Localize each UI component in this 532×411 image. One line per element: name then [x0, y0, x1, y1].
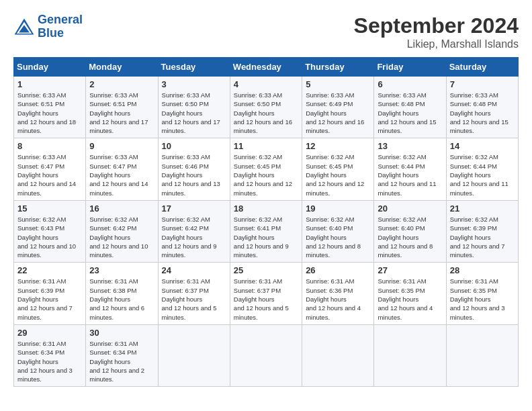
day-number: 15: [17, 203, 82, 214]
table-row: 29 Sunrise: 6:31 AM Sunset: 6:34 PM Dayl…: [14, 324, 519, 386]
day-cell: 11 Sunrise: 6:32 AM Sunset: 6:45 PM Dayl…: [230, 138, 302, 200]
empty-cell: [230, 324, 302, 386]
day-cell: 6 Sunrise: 6:33 AM Sunset: 6:48 PM Dayli…: [374, 77, 446, 138]
day-cell: 1 Sunrise: 6:33 AM Sunset: 6:51 PM Dayli…: [14, 77, 86, 138]
day-number: 4: [234, 79, 298, 89]
day-info: Sunrise: 6:32 AM Sunset: 6:40 PM Dayligh…: [378, 215, 442, 259]
table-row: 8 Sunrise: 6:33 AM Sunset: 6:47 PM Dayli…: [14, 138, 519, 200]
day-number: 27: [378, 265, 442, 275]
day-number: 18: [234, 203, 298, 214]
day-info: Sunrise: 6:33 AM Sunset: 6:51 PM Dayligh…: [89, 91, 154, 135]
header-monday: Monday: [86, 58, 158, 77]
day-info: Sunrise: 6:31 AM Sunset: 6:34 PM Dayligh…: [17, 339, 82, 383]
day-cell: 22 Sunrise: 6:31 AM Sunset: 6:39 PM Dayl…: [14, 263, 86, 324]
day-number: 3: [162, 79, 226, 89]
day-number: 26: [306, 265, 370, 275]
day-number: 19: [306, 203, 370, 214]
day-info: Sunrise: 6:33 AM Sunset: 6:48 PM Dayligh…: [378, 91, 442, 135]
day-number: 7: [450, 79, 515, 89]
day-number: 6: [378, 79, 442, 89]
day-info: Sunrise: 6:32 AM Sunset: 6:44 PM Dayligh…: [378, 152, 442, 197]
day-info: Sunrise: 6:31 AM Sunset: 6:37 PM Dayligh…: [234, 277, 298, 321]
day-number: 12: [306, 141, 370, 151]
day-info: Sunrise: 6:33 AM Sunset: 6:50 PM Dayligh…: [162, 91, 226, 135]
day-cell: 15 Sunrise: 6:32 AM Sunset: 6:43 PM Dayl…: [14, 200, 86, 262]
day-number: 25: [234, 265, 298, 275]
day-info: Sunrise: 6:33 AM Sunset: 6:47 PM Dayligh…: [17, 152, 82, 197]
day-info: Sunrise: 6:31 AM Sunset: 6:35 PM Dayligh…: [378, 277, 442, 321]
header-thursday: Thursday: [302, 58, 374, 77]
day-info: Sunrise: 6:33 AM Sunset: 6:48 PM Dayligh…: [450, 91, 515, 135]
logo: General Blue: [13, 13, 83, 40]
day-info: Sunrise: 6:32 AM Sunset: 6:42 PM Dayligh…: [89, 215, 154, 259]
empty-cell: [374, 324, 446, 386]
day-number: 23: [89, 265, 154, 275]
day-info: Sunrise: 6:32 AM Sunset: 6:45 PM Dayligh…: [234, 152, 298, 197]
day-info: Sunrise: 6:32 AM Sunset: 6:43 PM Dayligh…: [17, 215, 82, 259]
empty-cell: [302, 324, 374, 386]
calendar-table: Sunday Monday Tuesday Wednesday Thursday…: [13, 57, 519, 387]
day-number: 20: [378, 203, 442, 214]
day-number: 10: [162, 141, 226, 151]
day-info: Sunrise: 6:33 AM Sunset: 6:51 PM Dayligh…: [17, 91, 82, 135]
calendar-title: September 2024: [354, 13, 519, 38]
logo-icon: [13, 17, 35, 36]
day-cell: 20 Sunrise: 6:32 AM Sunset: 6:40 PM Dayl…: [374, 200, 446, 262]
day-cell: 26 Sunrise: 6:31 AM Sunset: 6:36 PM Dayl…: [302, 263, 374, 324]
day-number: 2: [89, 79, 154, 89]
day-number: 13: [378, 141, 442, 151]
day-info: Sunrise: 6:31 AM Sunset: 6:37 PM Dayligh…: [162, 277, 226, 321]
table-row: 1 Sunrise: 6:33 AM Sunset: 6:51 PM Dayli…: [14, 77, 519, 138]
day-info: Sunrise: 6:33 AM Sunset: 6:49 PM Dayligh…: [306, 91, 370, 135]
header-wednesday: Wednesday: [230, 58, 302, 77]
header-saturday: Saturday: [446, 58, 518, 77]
day-info: Sunrise: 6:32 AM Sunset: 6:45 PM Dayligh…: [306, 152, 370, 197]
day-number: 16: [89, 203, 154, 214]
day-cell: 18 Sunrise: 6:32 AM Sunset: 6:41 PM Dayl…: [230, 200, 302, 262]
day-info: Sunrise: 6:31 AM Sunset: 6:39 PM Dayligh…: [17, 277, 82, 321]
day-cell: 14 Sunrise: 6:32 AM Sunset: 6:44 PM Dayl…: [446, 138, 518, 200]
title-area: September 2024 Likiep, Marshall Islands: [354, 13, 519, 50]
logo-text: General Blue: [38, 13, 83, 40]
day-cell: 27 Sunrise: 6:31 AM Sunset: 6:35 PM Dayl…: [374, 263, 446, 324]
day-info: Sunrise: 6:31 AM Sunset: 6:36 PM Dayligh…: [306, 277, 370, 321]
day-cell: 7 Sunrise: 6:33 AM Sunset: 6:48 PM Dayli…: [446, 77, 518, 138]
day-info: Sunrise: 6:31 AM Sunset: 6:35 PM Dayligh…: [450, 277, 515, 321]
header-row: Sunday Monday Tuesday Wednesday Thursday…: [14, 58, 519, 77]
day-cell: 10 Sunrise: 6:33 AM Sunset: 6:46 PM Dayl…: [158, 138, 230, 200]
day-number: 17: [162, 203, 226, 214]
day-info: Sunrise: 6:33 AM Sunset: 6:47 PM Dayligh…: [89, 152, 154, 197]
day-cell: 13 Sunrise: 6:32 AM Sunset: 6:44 PM Dayl…: [374, 138, 446, 200]
day-cell: 16 Sunrise: 6:32 AM Sunset: 6:42 PM Dayl…: [86, 200, 158, 262]
day-number: 24: [162, 265, 226, 275]
day-cell: 29 Sunrise: 6:31 AM Sunset: 6:34 PM Dayl…: [14, 324, 86, 386]
day-info: Sunrise: 6:32 AM Sunset: 6:39 PM Dayligh…: [450, 215, 515, 259]
day-info: Sunrise: 6:32 AM Sunset: 6:40 PM Dayligh…: [306, 215, 370, 259]
day-cell: 2 Sunrise: 6:33 AM Sunset: 6:51 PM Dayli…: [86, 77, 158, 138]
day-cell: 17 Sunrise: 6:32 AM Sunset: 6:42 PM Dayl…: [158, 200, 230, 262]
day-cell: 25 Sunrise: 6:31 AM Sunset: 6:37 PM Dayl…: [230, 263, 302, 324]
table-row: 15 Sunrise: 6:32 AM Sunset: 6:43 PM Dayl…: [14, 200, 519, 262]
header-sunday: Sunday: [14, 58, 86, 77]
day-number: 9: [89, 141, 154, 151]
day-number: 22: [17, 265, 82, 275]
day-number: 5: [306, 79, 370, 89]
day-number: 14: [450, 141, 515, 151]
day-number: 30: [89, 328, 154, 338]
day-number: 11: [234, 141, 298, 151]
day-cell: 19 Sunrise: 6:32 AM Sunset: 6:40 PM Dayl…: [302, 200, 374, 262]
day-info: Sunrise: 6:33 AM Sunset: 6:50 PM Dayligh…: [234, 91, 298, 135]
empty-cell: [446, 324, 518, 386]
day-number: 21: [450, 203, 515, 214]
day-info: Sunrise: 6:31 AM Sunset: 6:34 PM Dayligh…: [89, 339, 154, 383]
header-tuesday: Tuesday: [158, 58, 230, 77]
day-number: 1: [17, 79, 82, 89]
day-cell: 4 Sunrise: 6:33 AM Sunset: 6:50 PM Dayli…: [230, 77, 302, 138]
day-info: Sunrise: 6:31 AM Sunset: 6:38 PM Dayligh…: [89, 277, 154, 321]
header-friday: Friday: [374, 58, 446, 77]
day-info: Sunrise: 6:32 AM Sunset: 6:44 PM Dayligh…: [450, 152, 515, 197]
day-number: 28: [450, 265, 515, 275]
day-info: Sunrise: 6:33 AM Sunset: 6:46 PM Dayligh…: [162, 152, 226, 197]
empty-cell: [158, 324, 230, 386]
day-cell: 3 Sunrise: 6:33 AM Sunset: 6:50 PM Dayli…: [158, 77, 230, 138]
